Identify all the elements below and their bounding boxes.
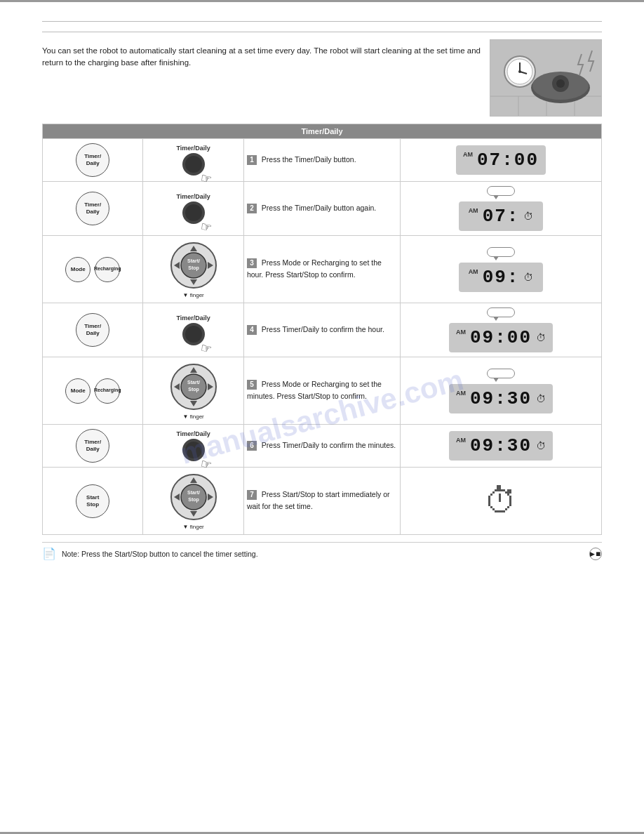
step-number: 5 <box>247 380 257 390</box>
table-row: Timer/Daily Timer/Daily ☞ 2 Press the Ti… <box>43 182 602 236</box>
press-button-group: Timer/Daily ☞ <box>146 193 240 225</box>
svg-text:Stop: Stop <box>188 497 199 503</box>
display-am: AM <box>456 437 466 444</box>
finger-icon: ☞ <box>199 455 213 472</box>
svg-point-13 <box>518 70 521 73</box>
step-number-desc: 4 Press Timer/Daily to confirm the hour. <box>247 324 397 336</box>
press-cell: Start/ Stop ▼ finger <box>143 236 243 303</box>
step-desc-cell: 6 Press Timer/Daily to confirm the minut… <box>243 425 400 468</box>
svg-point-8 <box>556 79 565 88</box>
press-btn-wrapper: ☞ <box>182 153 205 176</box>
press-btn-svg <box>184 203 203 223</box>
press-btn-wrapper: ☞ <box>182 323 205 346</box>
step-desc-cell: 5 Press Mode or Recharging to set the mi… <box>243 357 400 425</box>
display-timer-icon: ⏱ <box>536 393 546 404</box>
table-row: Mode Recharging Start/ Stop ▼ finger <box>43 236 602 303</box>
press-cell: Start/ Stop ▼ finger <box>143 468 243 535</box>
display-panel: AM 07: ⏱ <box>459 201 543 231</box>
display-panel: AM 09: ⏱ <box>459 263 543 292</box>
top-rule2 <box>42 32 602 32</box>
step-number: 6 <box>247 441 257 451</box>
speech-bubble <box>487 186 515 196</box>
display-panel: AM 09:00 ⏱ <box>449 323 553 352</box>
press-btn-svg <box>184 154 203 174</box>
press-button-label: Timer/Daily <box>177 145 210 152</box>
ring-button-group: Start/ Stop ▼ finger <box>146 472 240 530</box>
press-btn-wrapper: ☞ <box>182 201 205 225</box>
display-wrapper: AM 09:30 ⏱ <box>403 369 598 413</box>
svg-text:Start/: Start/ <box>187 380 200 385</box>
display-time: 07: <box>483 206 520 227</box>
display-time: 07:00 <box>477 150 539 171</box>
step-description: Press Mode or Recharging to set the minu… <box>247 380 382 400</box>
speech-bubble <box>487 369 515 378</box>
ring-button-svg: Start/ Stop <box>168 240 219 291</box>
ring-press-label: ▼ finger <box>183 292 204 298</box>
intro-text: You can set the robot to automatically s… <box>42 39 490 117</box>
ring-press-label: ▼ finger <box>183 413 204 420</box>
step-oval-button: Timer/Daily <box>76 192 109 225</box>
press-btn-wrapper: ☞ <box>182 439 205 462</box>
finger-icon: ☞ <box>199 339 213 356</box>
step-number-desc: 3 Press Mode or Recharging to set the ho… <box>247 258 397 281</box>
svg-text:Start/: Start/ <box>187 490 200 495</box>
table-row: StartStop Start/ Stop ▼ finger 7 Press S… <box>43 468 602 535</box>
display-wrapper: AM 07: ⏱ <box>403 186 598 231</box>
display-panel: AM 09:30 ⏱ <box>449 431 553 461</box>
step-desc-cell: 3 Press Mode or Recharging to set the ho… <box>243 236 400 303</box>
timer-icon-cell: ⏱ <box>403 480 598 522</box>
two-button-row: Mode Recharging <box>46 378 140 404</box>
display-time: 09:00 <box>470 327 532 348</box>
step-number-desc: 1 Press the Timer/Daily button. <box>247 154 397 166</box>
table-header-row: Timer/Daily <box>43 124 602 139</box>
display-timer-icon: ⏱ <box>523 211 533 222</box>
footer-note: 📄 Note: Press the Start/Stop button to c… <box>42 542 602 560</box>
press-cell: Timer/Daily ☞ <box>143 182 243 236</box>
step-number: 2 <box>247 204 257 213</box>
press-btn-svg <box>184 440 203 460</box>
instruction-table: Timer/Daily Timer/Daily Timer/Daily ☞ 1 … <box>42 124 602 535</box>
step-button-cell: Timer/Daily <box>43 303 143 357</box>
intro-image <box>490 39 602 117</box>
svg-point-24 <box>185 326 202 343</box>
display-am: AM <box>456 390 466 397</box>
step-button-cell: Mode Recharging <box>43 236 143 303</box>
top-rule <box>42 21 602 27</box>
page-content: You can set the robot to automatically s… <box>0 0 644 581</box>
step-description: Press Timer/Daily to confirm the hour. <box>262 325 384 333</box>
step-number: 7 <box>247 490 257 500</box>
footer-note-text: Note: Press the Start/Stop button to can… <box>62 550 258 558</box>
step-number-desc: 5 Press Mode or Recharging to set the mi… <box>247 379 397 402</box>
recharging-button: Recharging <box>95 378 120 404</box>
step-display-cell: AM 09: ⏱ <box>401 236 602 303</box>
section-header-cell: Timer/Daily <box>43 124 602 139</box>
table-row: Timer/Daily Timer/Daily ☞ 4 Press Timer/… <box>43 303 602 357</box>
mode-button: Mode <box>65 257 90 282</box>
recharging-button: Recharging <box>95 257 120 282</box>
step-desc-cell: 4 Press Timer/Daily to confirm the hour. <box>243 303 400 357</box>
ring-button-group: Start/ Stop ▼ finger <box>146 240 240 298</box>
step-display-cell: AM 07:00 <box>401 139 602 182</box>
start-stop-ref-icon: ▶⏹ <box>589 548 602 560</box>
display-wrapper: AM 09:30 ⏱ <box>403 431 598 461</box>
press-button-label: Timer/Daily <box>177 193 210 200</box>
speech-bubble <box>487 307 515 317</box>
press-button-label: Timer/Daily <box>177 430 210 437</box>
step-display-cell: ⏱ <box>401 468 602 535</box>
step-oval-button: Timer/Daily <box>76 313 109 347</box>
page-border-bottom <box>0 828 644 834</box>
step-button-cell: Timer/Daily <box>43 139 143 182</box>
step-display-cell: AM 09:30 ⏱ <box>401 425 602 468</box>
ring-button-svg: Start/ Stop <box>168 362 219 412</box>
press-btn-svg <box>184 324 203 344</box>
press-button-group: Timer/Daily ☞ <box>146 430 240 462</box>
step-desc-cell: 7 Press Start/Stop to start immediately … <box>243 468 400 535</box>
finger-icon: ☞ <box>199 169 213 186</box>
step-desc-cell: 1 Press the Timer/Daily button. <box>243 139 400 182</box>
display-panel: AM 07:00 <box>456 145 546 175</box>
step-display-cell: AM 09:30 ⏱ <box>401 357 602 425</box>
step-display-cell: AM 07: ⏱ <box>401 182 602 236</box>
step-number: 3 <box>247 258 257 268</box>
step-number: 4 <box>247 325 257 335</box>
step-button-cell: Timer/Daily <box>43 182 143 236</box>
